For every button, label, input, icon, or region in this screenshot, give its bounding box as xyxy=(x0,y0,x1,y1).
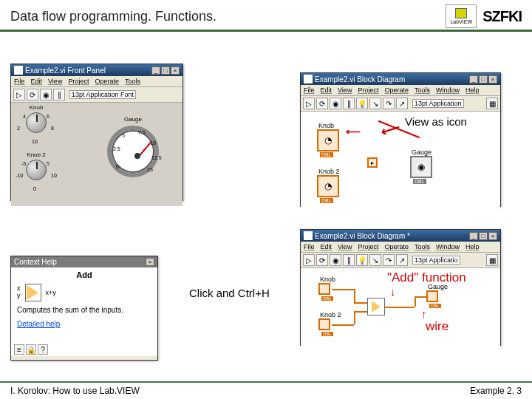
run-button[interactable]: ▷ xyxy=(303,254,315,266)
menu-item[interactable]: Edit xyxy=(31,78,43,85)
run-continuous-button[interactable]: ⟳ xyxy=(316,254,328,266)
knob-terminal[interactable]: Knob ◔ DBL xyxy=(317,129,339,151)
menu-item[interactable]: Project xyxy=(358,243,378,250)
maximize-button[interactable]: □ xyxy=(479,232,488,240)
menu-item[interactable]: Help xyxy=(466,243,480,250)
run-button[interactable]: ▷ xyxy=(303,98,315,109)
ctx-btn-2[interactable]: 🔒 xyxy=(26,344,36,355)
up-arrow-icon: ↑ xyxy=(421,307,427,320)
step-out-button[interactable]: ↗ xyxy=(396,98,408,109)
abort-button[interactable]: ◉ xyxy=(330,254,341,266)
knob-terminal-small[interactable]: Knob DBL xyxy=(318,283,330,295)
gauge-dial: 0 2.5 5 7.5 10 12.5 15 xyxy=(107,126,159,177)
vi-icon[interactable]: ▦ xyxy=(486,98,498,109)
menu-item[interactable]: File xyxy=(304,243,315,250)
annotation-click-ctrl-h: Click and Ctrl+H xyxy=(189,287,270,299)
bd1-body[interactable]: Knob ◔ DBL Knob 2 ◔ DBL ▸ Gauge ◉ DBL xyxy=(301,112,500,212)
close-button[interactable]: × xyxy=(488,75,497,83)
close-button[interactable]: × xyxy=(488,232,497,240)
menu-item[interactable]: Tools xyxy=(125,78,140,85)
pause-button[interactable]: ‖ xyxy=(53,89,65,100)
step-out-button[interactable]: ↗ xyxy=(396,254,408,266)
vi-icon[interactable]: ▦ xyxy=(486,254,498,266)
abort-button[interactable]: ◉ xyxy=(330,98,341,109)
menu-item[interactable]: View xyxy=(48,78,62,85)
knob2-label: Knob 2 xyxy=(20,151,52,158)
menu-item[interactable]: Operate xyxy=(384,86,409,94)
menu-item[interactable]: Operate xyxy=(384,243,409,250)
close-button[interactable]: × xyxy=(171,66,180,75)
detailed-help-link[interactable]: Detailed help xyxy=(17,320,151,328)
font-selector[interactable]: 13pt Application xyxy=(412,99,464,108)
bd2-title: Example2.vi Block Diagram * xyxy=(315,232,410,240)
add-function-node[interactable] xyxy=(367,298,385,316)
bd1-menubar[interactable]: File Edit View Project Operate Tools Win… xyxy=(301,85,500,96)
menu-item[interactable]: File xyxy=(304,86,315,94)
down-arrow-icon: ↓ xyxy=(390,285,396,298)
menu-item[interactable]: Project xyxy=(358,86,378,94)
annotation-wire: wire xyxy=(426,319,449,334)
wire xyxy=(354,289,355,302)
menu-item[interactable]: Window xyxy=(436,243,460,250)
knob2-terminal-label: Knob 2 xyxy=(318,168,340,175)
minimize-button[interactable]: _ xyxy=(469,232,478,240)
step-into-button[interactable]: ↘ xyxy=(369,254,381,266)
menu-item[interactable]: Edit xyxy=(321,86,332,94)
gauge-icon-terminal[interactable]: ▸ xyxy=(367,157,378,168)
bd1-titlebar[interactable]: Example2.vi Block Diagram _ □ × xyxy=(301,73,500,85)
knob2-control: Knob 2 -5 5 -10 10 0 xyxy=(20,151,52,182)
bd2-titlebar[interactable]: Example2.vi Block Diagram * _ □ × xyxy=(301,230,500,242)
run-button[interactable]: ▷ xyxy=(13,89,25,100)
menu-item[interactable]: Project xyxy=(68,78,89,85)
gauge-terminal-small[interactable]: Gauge DBL xyxy=(426,290,438,302)
step-into-button[interactable]: ↘ xyxy=(369,98,381,109)
front-panel-menubar[interactable]: File Edit View Project Operate Tools xyxy=(11,76,183,87)
gauge-terminal[interactable]: Gauge ◉ DBL xyxy=(410,156,432,178)
menu-item[interactable]: File xyxy=(14,78,25,85)
font-selector[interactable]: 13pt Applicatio xyxy=(412,256,460,265)
front-panel-window: Example2.vi Front Panel _ □ × File Edit … xyxy=(10,64,183,201)
minimize-button[interactable]: _ xyxy=(469,75,478,83)
ctx-btn-3[interactable]: ? xyxy=(38,344,48,355)
step-over-button[interactable]: ↷ xyxy=(383,254,395,266)
menu-item[interactable]: View xyxy=(338,86,352,94)
menu-item[interactable]: Help xyxy=(466,86,480,94)
run-continuous-button[interactable]: ⟳ xyxy=(27,89,38,100)
annotation-view-as-icon: View as icon xyxy=(405,115,467,128)
wire xyxy=(354,302,367,304)
ctx-help-titlebar[interactable]: Context Help × xyxy=(11,256,157,267)
minimize-button[interactable]: _ xyxy=(151,66,160,75)
knob-dial[interactable] xyxy=(26,112,47,133)
footer-right: Example 2, 3 xyxy=(470,386,522,396)
context-help-window: Context Help × Add x y x+y Computes the … xyxy=(10,256,158,361)
menu-item[interactable]: Window xyxy=(436,86,460,94)
menu-item[interactable]: Edit xyxy=(321,243,332,250)
highlight-button[interactable]: 💡 xyxy=(356,254,368,266)
knob2-dial[interactable] xyxy=(26,160,47,180)
dbl-tag: DBL xyxy=(321,296,333,301)
knob2-terminal-small[interactable]: Knob 2 DBL xyxy=(318,318,330,330)
pause-button[interactable]: ‖ xyxy=(343,98,355,109)
highlight-button[interactable]: 💡 xyxy=(356,98,368,109)
pause-button[interactable]: ‖ xyxy=(343,254,355,266)
dbl-tag: DBL xyxy=(429,304,441,308)
menu-item[interactable]: View xyxy=(338,243,352,250)
maximize-button[interactable]: □ xyxy=(161,66,170,75)
bd2-menubar[interactable]: File Edit View Project Operate Tools Win… xyxy=(301,242,500,253)
close-button[interactable]: × xyxy=(146,258,154,266)
abort-button[interactable]: ◉ xyxy=(40,89,52,100)
front-panel-titlebar[interactable]: Example2.vi Front Panel _ □ × xyxy=(11,64,183,76)
labview-logo-text: LabVIEW xyxy=(450,19,472,24)
wire xyxy=(332,324,354,326)
run-continuous-button[interactable]: ⟳ xyxy=(316,98,328,109)
wire xyxy=(385,307,415,308)
menu-item[interactable]: Tools xyxy=(415,243,430,250)
maximize-button[interactable]: □ xyxy=(479,75,488,83)
ctx-btn-1[interactable]: ≡ xyxy=(14,344,24,355)
font-selector[interactable]: 13pt Application Font xyxy=(69,90,136,99)
menu-item[interactable]: Tools xyxy=(415,86,430,94)
knob2-terminal[interactable]: Knob 2 ◔ DBL xyxy=(317,175,339,197)
step-over-button[interactable]: ↷ xyxy=(383,98,395,109)
ctx-help-diagram: x y x+y xyxy=(17,284,151,301)
menu-item[interactable]: Operate xyxy=(95,78,119,85)
